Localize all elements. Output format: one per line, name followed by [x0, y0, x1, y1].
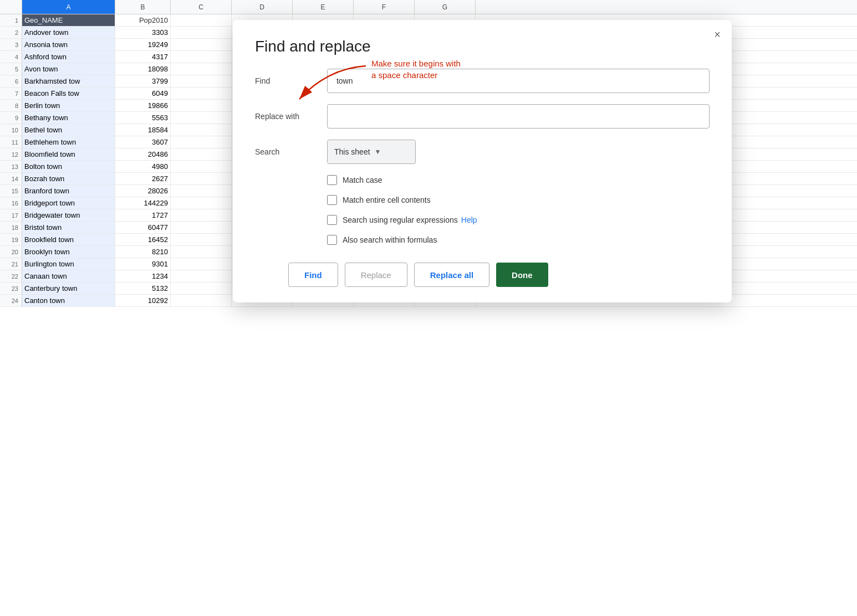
row-num: 18 [0, 222, 22, 233]
within-formulas-row: Also search within formulas [327, 235, 710, 245]
cell-b[interactable]: 2627 [115, 173, 171, 184]
search-dropdown[interactable]: This sheet ▼ [327, 140, 416, 164]
cell-b[interactable]: 8210 [115, 246, 171, 258]
cell-b[interactable]: 60477 [115, 222, 171, 233]
cell-a[interactable]: Bristol town [22, 222, 115, 233]
row-num: 3 [0, 39, 22, 50]
cell-a[interactable]: Branford town [22, 185, 115, 197]
regex-label: Search using regular expressions [343, 215, 458, 224]
find-button[interactable]: Find [288, 263, 338, 287]
cell-a[interactable]: Avon town [22, 63, 115, 75]
row-num: 8 [0, 100, 22, 111]
row-num: 14 [0, 173, 22, 184]
find-input[interactable] [327, 69, 710, 93]
find-replace-dialog: Find and replace × Make sure it begins w… [233, 20, 732, 302]
row-num: 15 [0, 185, 22, 197]
cell-a[interactable]: Canaan town [22, 270, 115, 282]
search-row: Search This sheet ▼ [255, 140, 710, 164]
cell-b[interactable]: 5563 [115, 112, 171, 124]
col-header-f[interactable]: F [354, 0, 415, 14]
cell-b[interactable]: 19866 [115, 100, 171, 111]
cell-b[interactable]: 20486 [115, 148, 171, 160]
cell-a[interactable]: Ashford town [22, 51, 115, 63]
cell-b[interactable]: 4317 [115, 51, 171, 63]
cell-a[interactable]: Bethel town [22, 124, 115, 136]
search-label: Search [255, 147, 327, 156]
cell-b[interactable]: 3607 [115, 136, 171, 148]
cell-c [171, 295, 232, 306]
close-button[interactable]: × [714, 29, 721, 40]
search-value: This sheet [334, 147, 370, 156]
cell-a[interactable]: Bethlehem town [22, 136, 115, 148]
row-num-header [0, 0, 22, 14]
cell-c [171, 136, 232, 148]
regex-checkbox[interactable] [327, 215, 337, 225]
row-num: 13 [0, 161, 22, 172]
cell-a[interactable]: Brookfield town [22, 234, 115, 245]
cell-a[interactable]: Barkhamsted tow [22, 75, 115, 87]
cell-a[interactable]: Beacon Falls tow [22, 88, 115, 99]
replace-row: Replace with [255, 104, 710, 129]
cell-a[interactable]: Bridgeport town [22, 197, 115, 209]
cell-b[interactable]: 144229 [115, 197, 171, 209]
cell-c [171, 161, 232, 172]
cell-c [171, 63, 232, 75]
cell-a[interactable]: Ansonia town [22, 39, 115, 50]
cell-a[interactable]: Geo_NAME [22, 14, 115, 26]
cell-b[interactable]: 5132 [115, 283, 171, 294]
cell-b[interactable]: 28026 [115, 185, 171, 197]
cell-b[interactable]: 10292 [115, 295, 171, 306]
col-header-c[interactable]: C [171, 0, 232, 14]
dialog-buttons: Find Replace Replace all Done [288, 263, 710, 287]
cell-b[interactable]: 16452 [115, 234, 171, 245]
cell-a[interactable]: Bloomfield town [22, 148, 115, 160]
cell-b[interactable]: 18098 [115, 63, 171, 75]
col-header-g[interactable]: G [415, 0, 476, 14]
replace-button[interactable]: Replace [345, 263, 407, 287]
cell-b[interactable]: 3799 [115, 75, 171, 87]
cell-a[interactable]: Berlin town [22, 100, 115, 111]
cell-c [171, 39, 232, 50]
match-case-checkbox[interactable] [327, 175, 337, 185]
regex-help-link[interactable]: Help [461, 215, 477, 224]
cell-c [171, 209, 232, 221]
col-header-d[interactable]: D [232, 0, 293, 14]
cell-b[interactable]: 9301 [115, 258, 171, 270]
cell-c [171, 173, 232, 184]
cell-a[interactable]: Brooklyn town [22, 246, 115, 258]
done-button[interactable]: Done [496, 263, 548, 287]
cell-c [171, 234, 232, 245]
cell-b[interactable]: 4980 [115, 161, 171, 172]
cell-b[interactable]: 6049 [115, 88, 171, 99]
cell-b[interactable]: 18584 [115, 124, 171, 136]
match-case-label: Match case [343, 176, 382, 184]
col-header-b[interactable]: B [115, 0, 171, 14]
cell-b[interactable]: 19249 [115, 39, 171, 50]
replace-input[interactable] [327, 104, 710, 129]
chevron-down-icon: ▼ [375, 148, 381, 156]
cell-a[interactable]: Bethany town [22, 112, 115, 124]
column-headers: A B C D E F G [0, 0, 857, 14]
cell-a[interactable]: Bolton town [22, 161, 115, 172]
cell-b[interactable]: 3303 [115, 27, 171, 38]
dialog-title: Find and replace [255, 38, 710, 55]
replace-all-button[interactable]: Replace all [414, 263, 489, 287]
cell-c [171, 258, 232, 270]
row-num: 1 [0, 14, 22, 26]
row-num: 5 [0, 63, 22, 75]
cell-a[interactable]: Bridgewater town [22, 209, 115, 221]
match-entire-label: Match entire cell contents [343, 196, 431, 204]
match-entire-checkbox[interactable] [327, 195, 337, 205]
cell-b[interactable]: Pop2010 [115, 14, 171, 26]
cell-a[interactable]: Andover town [22, 27, 115, 38]
cell-c [171, 51, 232, 63]
cell-a[interactable]: Canterbury town [22, 283, 115, 294]
cell-b[interactable]: 1727 [115, 209, 171, 221]
col-header-e[interactable]: E [293, 0, 354, 14]
cell-a[interactable]: Bozrah town [22, 173, 115, 184]
cell-b[interactable]: 1234 [115, 270, 171, 282]
within-formulas-checkbox[interactable] [327, 235, 337, 245]
cell-a[interactable]: Burlington town [22, 258, 115, 270]
col-header-a[interactable]: A [22, 0, 115, 14]
cell-a[interactable]: Canton town [22, 295, 115, 306]
